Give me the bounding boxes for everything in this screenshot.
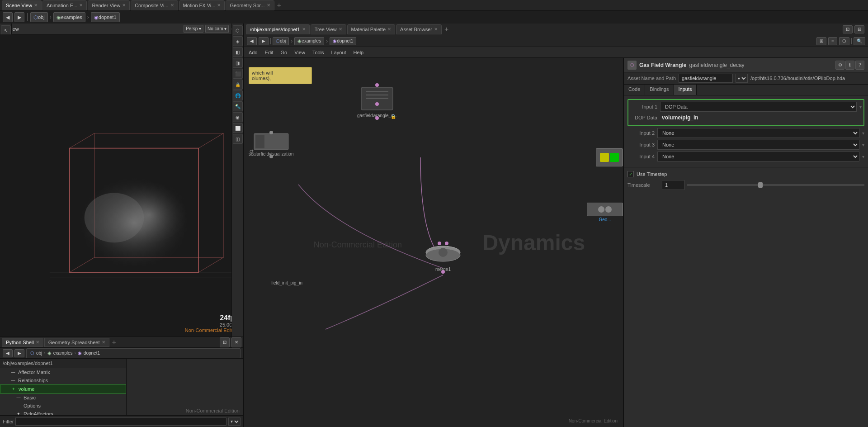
display-option6[interactable]: 🔒 [233, 80, 243, 90]
menu-edit[interactable]: Edit [263, 49, 275, 56]
tree-reln-affectors[interactable]: ✦ RelnAffectors [0, 410, 126, 415]
tab-asset-browser[interactable]: Asset Browser ✕ [396, 24, 442, 34]
tab-close-dopnet[interactable]: ✕ [302, 27, 306, 32]
tab-close-icon[interactable]: ✕ [79, 3, 83, 8]
gasfieldwrangle-node[interactable]: gasfieldwrangle_c... 🔒 [357, 85, 397, 118]
input4-select[interactable]: None [657, 152, 859, 161]
tab-render-view[interactable]: Render View ✕ [88, 0, 130, 10]
right-panel-float[interactable]: ⊡ [843, 25, 853, 33]
right-dopnet-btn[interactable]: ◉ dopnet1 [330, 37, 356, 45]
tab-close-icon[interactable]: ✕ [122, 3, 126, 8]
partial-node-bottom[interactable]: Geo... [587, 203, 623, 222]
tab-close-icon[interactable]: ✕ [217, 3, 221, 8]
field-init-node[interactable]: field_init_pig_in [271, 280, 302, 285]
display-option5[interactable]: ⬛ [233, 69, 243, 79]
right-panel-close[interactable]: ⊟ [854, 25, 864, 33]
input2-select[interactable]: None [657, 128, 859, 138]
python-shell-tab[interactable]: Python Shell ✕ [2, 338, 43, 347]
geo-spreadsheet-tab[interactable]: Geometry Spreadsheet ✕ [44, 338, 109, 347]
filter-input[interactable] [15, 418, 226, 426]
display-option11[interactable]: ◫ [233, 134, 243, 144]
bottom-back-button[interactable]: ◀ [3, 349, 13, 357]
tab-close-icon[interactable]: ✕ [34, 3, 38, 8]
right-graph-btn[interactable]: ⬡ [839, 37, 849, 45]
tree-affector-matrix[interactable]: — Affector Matrix [0, 368, 126, 376]
props-question-icon[interactable]: ? [855, 61, 864, 70]
examples-button[interactable]: ◉ examples [53, 12, 85, 22]
viewport-canvas[interactable]: 24fps 25.00ms Non-Commercial Edition [0, 34, 243, 337]
input3-select[interactable]: None [657, 140, 859, 150]
timescale-input[interactable] [662, 180, 684, 190]
tab-close-tree[interactable]: ✕ [339, 27, 342, 32]
right-search-btn[interactable]: 🔍 [854, 37, 865, 45]
right-grid-btn[interactable]: ⊞ [816, 37, 826, 45]
props-tab-inputs[interactable]: Inputs [674, 85, 697, 95]
bottom-fwd-button[interactable]: ▶ [14, 349, 24, 357]
tab-dopnet-graph[interactable]: /obj/examples/dopnet1 ✕ [246, 24, 310, 34]
right-list-btn[interactable]: ≡ [828, 37, 837, 45]
timescale-thumb[interactable] [758, 182, 763, 188]
obj-button[interactable]: ⬡ obj [30, 12, 48, 22]
props-asset-name-input[interactable] [679, 74, 733, 83]
no-cam-button[interactable]: No cam ▾ [205, 25, 229, 33]
tab-close-asset[interactable]: ✕ [434, 27, 438, 32]
tab-close-icon[interactable]: ✕ [170, 3, 174, 8]
display-option2[interactable]: ◈ [233, 36, 243, 46]
tab-close-icon[interactable]: ✕ [267, 3, 270, 8]
menu-go[interactable]: Go [279, 49, 289, 56]
input1-select[interactable]: DOP Data [660, 102, 857, 112]
tree-basic[interactable]: — Basic [0, 394, 126, 402]
display-option8[interactable]: 🔦 [233, 101, 243, 111]
add-tab-button[interactable]: + [275, 1, 283, 9]
tab-composite[interactable]: Composite Vi... ✕ [131, 0, 178, 10]
props-tab-bindings[interactable]: Bindings [645, 85, 674, 95]
python-shell-close[interactable]: ✕ [36, 340, 39, 345]
right-fwd-btn[interactable]: ▶ [259, 37, 269, 45]
menu-layout[interactable]: Layout [330, 49, 348, 56]
props-asset-dropdown[interactable]: ▾ [736, 74, 748, 83]
props-info-icon[interactable]: ℹ [845, 61, 854, 70]
display-option7[interactable]: 🌐 [233, 90, 243, 100]
display-option1[interactable]: ⬡ [233, 25, 243, 35]
node-graph-pane[interactable]: Non-Commercial Edition Dynamics [244, 58, 623, 427]
display-option3[interactable]: ◧ [233, 47, 243, 57]
menu-view[interactable]: View [292, 49, 307, 56]
merge1-node[interactable]: merge1 [425, 243, 461, 272]
scalarfield-node[interactable]: scalarfieldvisualization [249, 133, 294, 157]
filter-dropdown[interactable]: ▾ [228, 418, 241, 426]
menu-add[interactable]: Add [247, 49, 259, 56]
float-panel-button[interactable]: ⊡ [220, 337, 230, 347]
dopnet-button[interactable]: ◉ dopnet1 [91, 12, 120, 22]
display-option4[interactable]: ◨ [233, 58, 243, 68]
right-examples-btn[interactable]: ◉ examples [294, 37, 324, 45]
persp-button[interactable]: Persp ▾ [184, 25, 203, 33]
use-timestep-checkbox[interactable]: ✓ [627, 171, 634, 177]
display-option9[interactable]: ◉ [233, 112, 243, 122]
tab-geometry-spr[interactable]: Geometry Spr... ✕ [226, 0, 274, 10]
props-settings-icon[interactable]: ⚙ [835, 61, 844, 70]
tree-volume[interactable]: ✦ volume [0, 384, 126, 394]
back-button[interactable]: ◀ [3, 12, 13, 22]
right-back-btn[interactable]: ◀ [247, 37, 257, 45]
tab-scene-view[interactable]: Scene View ✕ [2, 0, 42, 10]
menu-tools[interactable]: Tools [311, 49, 326, 56]
tab-tree-view[interactable]: Tree View ✕ [311, 24, 346, 34]
tree-relationships[interactable]: — Relationships [0, 376, 126, 384]
select-tool[interactable]: ↖ [1, 25, 11, 35]
tab-animation[interactable]: Animation E... ✕ [42, 0, 87, 10]
close-panel-button[interactable]: ✕ [231, 337, 241, 347]
display-option10[interactable]: ⬜ [233, 123, 243, 133]
add-right-tab[interactable]: + [443, 25, 450, 33]
partial-node-top[interactable] [596, 148, 623, 166]
tree-options[interactable]: — Options [0, 402, 126, 410]
menu-help[interactable]: Help [352, 49, 366, 56]
timescale-slider[interactable] [687, 184, 864, 186]
tab-close-material[interactable]: ✕ [387, 27, 391, 32]
tab-material-palette[interactable]: Material Palette ✕ [347, 24, 395, 34]
right-obj-btn[interactable]: ⬡ obj [273, 37, 289, 45]
add-bottom-tab[interactable]: + [110, 338, 118, 346]
geo-spreadsheet-close[interactable]: ✕ [102, 340, 105, 345]
props-tab-code[interactable]: Code [624, 85, 645, 95]
forward-button[interactable]: ▶ [14, 12, 24, 22]
tab-motion-fx[interactable]: Motion FX Vi... ✕ [179, 0, 225, 10]
